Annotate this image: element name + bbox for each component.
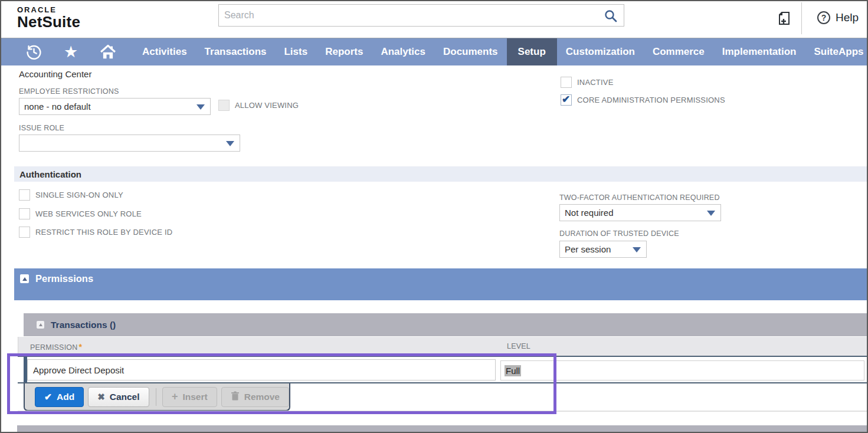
search-icon[interactable] bbox=[604, 9, 618, 25]
restrict-device-checkbox[interactable] bbox=[19, 227, 30, 238]
inactive-row: INACTIVE bbox=[561, 77, 614, 88]
nav-item-commerce[interactable]: Commerce bbox=[644, 38, 713, 65]
permissions-section-header[interactable]: Permissions bbox=[14, 268, 867, 300]
employee-restrictions-select[interactable]: none - no default bbox=[19, 98, 211, 115]
nav-menu: Activities Transactions Lists Reports An… bbox=[133, 38, 868, 65]
chevron-down-icon bbox=[707, 211, 715, 216]
core-admin-label: CORE ADMINISTRATION PERMISSIONS bbox=[577, 96, 725, 104]
permissions-table-header: PERMISSION* LEVEL bbox=[18, 337, 867, 356]
header-divider bbox=[801, 2, 802, 34]
issue-role-select[interactable] bbox=[19, 135, 240, 152]
nav-item-documents[interactable]: Documents bbox=[434, 38, 507, 65]
web-services-checkbox[interactable] bbox=[19, 208, 30, 219]
top-header: ORACLE NetSuite ? Help bbox=[1, 1, 867, 38]
netsuite-wordmark: NetSuite bbox=[17, 13, 80, 31]
nav-item-implementation[interactable]: Implementation bbox=[713, 38, 805, 65]
nav-item-suiteapps[interactable]: SuiteApps bbox=[805, 38, 868, 65]
nav-icon-group: ★ bbox=[1, 38, 133, 65]
chevron-down-icon bbox=[633, 247, 641, 252]
search-input[interactable] bbox=[219, 5, 624, 26]
checkmark-icon: ✔ bbox=[562, 93, 570, 106]
collapse-icon[interactable] bbox=[20, 274, 29, 283]
inactive-checkbox[interactable] bbox=[561, 77, 572, 88]
required-asterisk: * bbox=[79, 342, 83, 352]
two-factor-select[interactable]: Not required bbox=[559, 204, 721, 221]
inactive-label: INACTIVE bbox=[577, 78, 614, 87]
level-field[interactable]: Full bbox=[500, 360, 864, 380]
row-edit-toolbar: ✔ Add ✖ Cancel + Insert Remove bbox=[24, 383, 290, 411]
employee-restrictions-label: EMPLOYEE RESTRICTIONS bbox=[19, 87, 119, 96]
nav-item-customization[interactable]: Customization bbox=[557, 38, 644, 65]
trusted-device-select[interactable]: Per session bbox=[559, 241, 647, 258]
add-button[interactable]: ✔ Add bbox=[35, 387, 84, 407]
insert-button[interactable]: + Insert bbox=[162, 387, 217, 407]
help-icon: ? bbox=[817, 11, 830, 24]
allow-viewing-label: ALLOW VIEWING bbox=[235, 101, 299, 110]
global-search bbox=[218, 4, 624, 27]
issue-role-label: ISSUE ROLE bbox=[19, 124, 64, 132]
checkmark-icon: ✔ bbox=[44, 392, 52, 402]
trusted-device-label: DURATION OF TRUSTED DEVICE bbox=[559, 229, 679, 238]
trash-icon bbox=[231, 391, 240, 403]
shortcuts-star-icon[interactable]: ★ bbox=[62, 44, 80, 60]
remove-button[interactable]: Remove bbox=[221, 387, 289, 407]
allow-viewing-row: ALLOW VIEWING bbox=[218, 100, 299, 111]
empty-row-divider bbox=[18, 411, 867, 412]
nav-item-activities[interactable]: Activities bbox=[133, 38, 196, 65]
restrict-device-row: RESTRICT THIS ROLE BY DEVICE ID bbox=[19, 227, 172, 238]
sso-only-checkbox[interactable] bbox=[19, 189, 30, 201]
center-type-value: Accounting Center bbox=[19, 69, 91, 79]
web-services-row: WEB SERVICES ONLY ROLE bbox=[19, 208, 142, 219]
nav-item-reports[interactable]: Reports bbox=[316, 38, 372, 65]
authentication-title: Authentication bbox=[19, 169, 81, 179]
netsuite-logo: ORACLE NetSuite bbox=[17, 5, 80, 31]
plus-icon: + bbox=[172, 391, 178, 403]
close-icon: ✖ bbox=[97, 392, 105, 402]
create-new-icon[interactable] bbox=[776, 10, 792, 29]
chevron-down-icon bbox=[196, 104, 205, 110]
transactions-subtab-title: Transactions () bbox=[51, 320, 116, 330]
permissions-title: Permissions bbox=[35, 273, 93, 300]
help-label: Help bbox=[836, 11, 859, 24]
main-navbar: ★ Activities Transactions Lists Reports … bbox=[1, 38, 867, 65]
chevron-down-icon bbox=[226, 141, 234, 146]
permission-field[interactable]: Approve Direct Deposit bbox=[27, 359, 496, 380]
two-factor-label: TWO-FACTOR AUTHENTICATION REQUIRED bbox=[559, 193, 720, 202]
bottom-section-bar bbox=[17, 425, 867, 433]
sso-only-row: SINGLE SIGN-ON ONLY bbox=[19, 189, 123, 201]
home-icon[interactable] bbox=[99, 43, 117, 61]
nav-item-transactions[interactable]: Transactions bbox=[196, 38, 276, 65]
nav-item-setup[interactable]: Setup bbox=[507, 38, 557, 65]
core-admin-row: ✔ CORE ADMINISTRATION PERMISSIONS bbox=[561, 94, 725, 106]
help-button[interactable]: ? Help bbox=[817, 11, 859, 24]
core-admin-checkbox[interactable]: ✔ bbox=[561, 94, 572, 106]
role-form-content: PARTNER ROLE Accounting Center EMPLOYEE … bbox=[1, 65, 867, 432]
nav-item-analytics[interactable]: Analytics bbox=[372, 38, 434, 65]
authentication-section-header: Authentication bbox=[14, 166, 867, 182]
allow-viewing-checkbox[interactable] bbox=[218, 100, 230, 111]
nav-item-lists[interactable]: Lists bbox=[275, 38, 316, 65]
column-permission: PERMISSION* bbox=[30, 342, 82, 352]
level-selected-text: Full bbox=[505, 365, 521, 376]
recent-records-icon[interactable] bbox=[25, 44, 42, 61]
transactions-subtab-header[interactable]: Transactions () bbox=[24, 313, 867, 336]
netsuite-window: ORACLE NetSuite ? Help bbox=[0, 0, 868, 433]
column-level: LEVEL bbox=[507, 342, 530, 350]
cancel-button[interactable]: ✖ Cancel bbox=[88, 387, 149, 407]
collapse-icon[interactable] bbox=[37, 321, 44, 329]
permission-edit-row: Approve Direct Deposit Full bbox=[18, 356, 867, 383]
